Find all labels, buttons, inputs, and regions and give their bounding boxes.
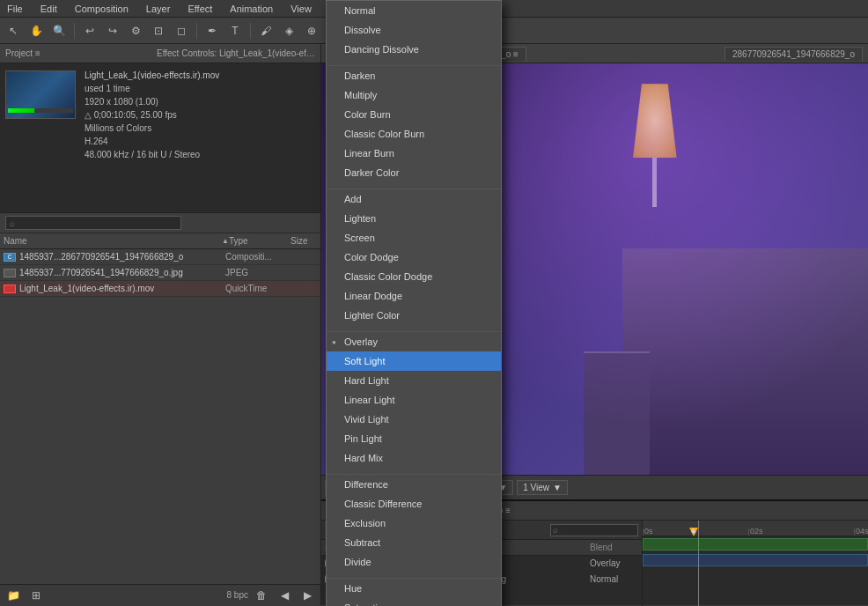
file-resolution: 1920 x 1080 (1.00)	[85, 95, 315, 108]
file-delta: △ 0;00:10:05, 25.00 fps	[85, 108, 315, 122]
blend-item-hard-mix[interactable]: Hard Mix	[327, 448, 501, 468]
room-lamp	[633, 84, 677, 207]
layer-track-1[interactable]	[643, 552, 868, 568]
layer-track-0[interactable]	[643, 536, 868, 552]
ruler-tick-1: 02s	[748, 527, 763, 536]
file-row-0[interactable]: C 1485937...286770926541_1947666829_o Co…	[0, 249, 320, 265]
tool-roto[interactable]: ⊕	[302, 21, 321, 41]
panel-header-project: Project ≡ Effect Controls: Light_Leak_1(…	[0, 44, 320, 63]
blend-item-darker-color[interactable]: Darker Color	[327, 163, 501, 182]
blend-item-color-burn[interactable]: Color Burn	[327, 105, 501, 124]
blend-item-hue[interactable]: Hue	[327, 579, 501, 598]
blend-separator-32	[327, 572, 501, 579]
blend-item-dissolve[interactable]: Dissolve	[327, 20, 501, 40]
blend-item-add[interactable]: Add	[327, 189, 501, 209]
blend-item-classic-color-dodge[interactable]: Classic Color Dodge	[327, 267, 501, 286]
menu-composition[interactable]: Composition	[71, 2, 132, 16]
menu-animation[interactable]: Animation	[226, 2, 276, 16]
tool-zoom[interactable]: 🔍	[49, 21, 69, 41]
layer-blend-0[interactable]: Overlay	[590, 558, 638, 568]
file-list: C 1485937...286770926541_1947666829_o Co…	[0, 249, 320, 584]
blend-item-saturation[interactable]: Saturation	[327, 598, 501, 606]
ruler-tick-0: 0s	[643, 527, 653, 536]
file-type-0: Compositi...	[225, 252, 287, 262]
new-folder-btn[interactable]: 📁	[4, 586, 23, 605]
blend-item-multiply[interactable]: Multiply	[327, 85, 501, 105]
new-comp-btn[interactable]: ⊞	[26, 586, 46, 605]
blend-item-exclusion[interactable]: Exclusion	[327, 514, 501, 533]
blend-item-hard-light[interactable]: Hard Light	[327, 371, 501, 390]
track-bar-0	[643, 538, 868, 551]
left-panel: Project ≡ Effect Controls: Light_Leak_1(…	[0, 44, 321, 605]
col-size-header: Size	[291, 236, 317, 246]
blend-separator-10	[327, 182, 501, 189]
blend-mode-dropdown[interactable]: NormalDissolveDancing DissolveDarkenMult…	[326, 0, 502, 606]
blend-item-classic-difference[interactable]: Classic Difference	[327, 494, 501, 514]
blend-header: Blend	[590, 543, 638, 552]
project-preview-area: Light_Leak_1(video-effects.ir).mov used …	[0, 63, 320, 213]
blend-item-divide[interactable]: Divide	[327, 552, 501, 572]
search-input[interactable]	[5, 216, 181, 230]
project-tab-label[interactable]: Project ≡	[5, 48, 151, 58]
layer-search-input[interactable]	[550, 524, 638, 536]
tool-3d[interactable]: ⊡	[149, 21, 168, 41]
sort-icon: ▲	[222, 237, 229, 245]
view-dropdown[interactable]: 1 View ▼	[517, 480, 568, 495]
file-name-0: 1485937...286770926541_1947666829_o	[19, 252, 222, 262]
blend-item-subtract[interactable]: Subtract	[327, 533, 501, 552]
blend-item-dancing-dissolve[interactable]: Dancing Dissolve	[327, 40, 501, 59]
tool-undo[interactable]: ↩	[80, 21, 99, 41]
menu-layer[interactable]: Layer	[143, 2, 174, 16]
search-bar	[0, 213, 320, 233]
file-list-header: Name ▲ Type Size	[0, 233, 320, 249]
blend-item-normal[interactable]: Normal	[327, 1, 501, 20]
blend-item-color-dodge[interactable]: Color Dodge	[327, 248, 501, 267]
blend-item-lighten[interactable]: Lighten	[327, 209, 501, 228]
lamp-pole	[652, 158, 657, 207]
file-type-2: QuickTime	[225, 284, 287, 293]
blend-item-lighter-color[interactable]: Lighter Color	[327, 306, 501, 325]
tool-redo[interactable]: ↪	[103, 21, 122, 41]
blend-item-darken[interactable]: Darken	[327, 66, 501, 85]
tool-settings[interactable]: ⚙	[126, 21, 145, 41]
effect-controls-tab-label[interactable]: Effect Controls: Light_Leak_1(video-effe…	[157, 48, 315, 58]
blend-item-linear-burn[interactable]: Linear Burn	[327, 144, 501, 163]
menu-view[interactable]: View	[287, 2, 315, 16]
tool-brush[interactable]: 🖌	[256, 21, 276, 41]
tool-hand[interactable]: ✋	[26, 21, 46, 41]
blend-item-soft-light[interactable]: Soft Light	[327, 351, 501, 371]
prev-btn[interactable]: ◀	[275, 586, 294, 605]
blend-item-pin-light[interactable]: Pin Light	[327, 429, 501, 448]
vid-icon-2	[4, 285, 16, 293]
playhead-marker[interactable]: ▼	[689, 528, 698, 536]
bpc-label: 8 bpc	[227, 590, 248, 600]
blend-item-linear-dodge[interactable]: Linear Dodge	[327, 286, 501, 306]
tool-pen[interactable]: ✒	[202, 21, 222, 41]
file-row-1[interactable]: 1485937...770926541_1947666829_o.jpg JPE…	[0, 265, 320, 281]
panel-bottom-controls: 📁 ⊞ 8 bpc 🗑 ◀ ▶	[0, 584, 320, 605]
viewer-tab[interactable]: 286770926541_1947666829_o	[725, 47, 863, 61]
blend-item-overlay[interactable]: Overlay	[327, 332, 501, 351]
blend-item-screen[interactable]: Screen	[327, 228, 501, 248]
tool-mask[interactable]: ◻	[172, 21, 191, 41]
blend-item-linear-light[interactable]: Linear Light	[327, 390, 501, 410]
next-btn[interactable]: ▶	[298, 586, 317, 605]
blend-item-vivid-light[interactable]: Vivid Light	[327, 410, 501, 429]
toolbar-sep-2	[196, 23, 197, 39]
file-info: Light_Leak_1(video-effects.ir).mov used …	[85, 69, 315, 161]
room-nightstand	[584, 351, 650, 475]
layer-blend-1[interactable]: Normal	[590, 574, 638, 584]
tool-text[interactable]: T	[225, 21, 245, 41]
comp-icon-0: C	[4, 253, 16, 262]
file-row-2[interactable]: Light_Leak_1(video-effects.ir).mov Quick…	[0, 281, 320, 297]
tool-arrow[interactable]: ↖	[4, 21, 23, 41]
delete-btn[interactable]: 🗑	[252, 586, 271, 605]
blend-item-classic-color-burn[interactable]: Classic Color Burn	[327, 124, 501, 144]
room-bed	[622, 248, 868, 475]
blend-item-difference[interactable]: Difference	[327, 475, 501, 494]
file-codec: H.264	[85, 135, 315, 148]
menu-edit[interactable]: Edit	[37, 2, 61, 16]
tool-eraser[interactable]: ◈	[279, 21, 298, 41]
menu-file[interactable]: File	[4, 2, 26, 16]
menu-effect[interactable]: Effect	[184, 2, 216, 16]
